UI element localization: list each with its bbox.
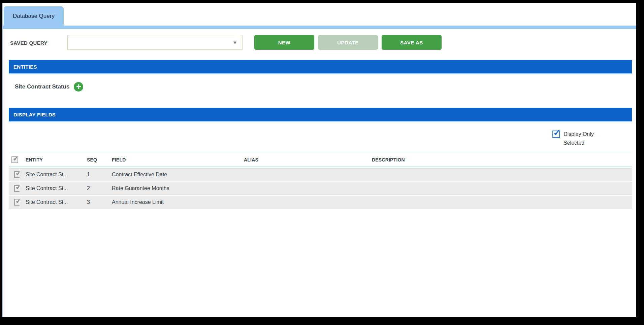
check-icon: ✓ [553,127,561,138]
cell-entity: Site Contract St... [20,185,82,191]
cell-seq: 2 [82,185,106,191]
row-checkbox[interactable]: ✓ [14,199,20,206]
entities-header-label: ENTITIES [13,64,37,70]
update-button[interactable]: UPDATE [318,35,378,50]
select-all-checkbox[interactable]: ✓ [11,156,18,163]
column-header-field: FIELD [106,157,238,162]
row-checkbox[interactable]: ✓ [14,185,20,192]
cell-field: Contract Effective Date [106,172,238,178]
tab-database-query[interactable]: Database Query [4,6,64,26]
saved-query-label: SAVED QUERY [10,40,47,46]
table-header-row: ✓ ENTITY SEQ FIELD ALIAS DESCRIPTION [9,153,632,167]
row-check-cell: ✓ [9,182,20,194]
saved-query-dropdown[interactable]: ▼ [67,35,243,50]
new-button[interactable]: NEW [254,35,314,50]
add-plus-icon[interactable]: + [74,82,83,92]
display-only-selected-label: Display Only Selected [564,130,605,147]
save-as-button[interactable]: SAVE AS [382,35,442,50]
tab-label: Database Query [13,13,55,20]
cell-entity: Site Contract St... [20,199,82,205]
cell-seq: 3 [82,199,106,205]
row-check-cell: ✓ [9,169,20,181]
cell-field: Annual Increase Limit [106,199,238,205]
display-only-selected-checkbox[interactable]: ✓ [552,131,560,138]
column-header-description: DESCRIPTION [366,157,632,162]
display-fields-header-label: DISPLAY FIELDS [13,112,56,117]
table-row[interactable]: ✓ Site Contract St... 2 Rate Guarantee M… [9,182,632,195]
row-checkbox[interactable]: ✓ [14,171,20,178]
display-fields-table: ✓ ENTITY SEQ FIELD ALIAS DESCRIPTION ✓ S… [9,153,632,209]
column-header-alias: ALIAS [238,157,366,162]
cell-seq: 1 [82,172,106,178]
table-row[interactable]: ✓ Site Contract St... 3 Annual Increase … [9,196,632,209]
display-fields-section-header: DISPLAY FIELDS [9,108,632,122]
table-row[interactable]: ✓ Site Contract St... 1 Contract Effecti… [9,168,632,181]
cell-field: Rate Guarantee Months [106,185,238,191]
entities-section-header: ENTITIES [9,60,632,74]
tab-strip [3,26,636,29]
cell-entity: Site Contract St... [20,172,82,178]
check-icon: ✓ [15,169,20,178]
check-icon: ✓ [15,182,20,192]
column-header-seq: SEQ [82,157,106,162]
entity-item-site-contract-status: Site Contract Status + [15,82,83,92]
entity-name: Site Contract Status [15,83,69,90]
row-check-cell: ✓ [9,196,20,208]
header-check-cell: ✓ [9,156,20,163]
check-icon: ✓ [12,156,20,163]
column-header-entity: ENTITY [20,157,82,162]
display-only-selected-control: ✓ Display Only Selected [552,130,605,147]
database-query-panel: Database Query SAVED QUERY ▼ NEW UPDATE … [2,3,636,317]
check-icon: ✓ [15,196,20,206]
chevron-down-icon: ▼ [232,40,238,45]
